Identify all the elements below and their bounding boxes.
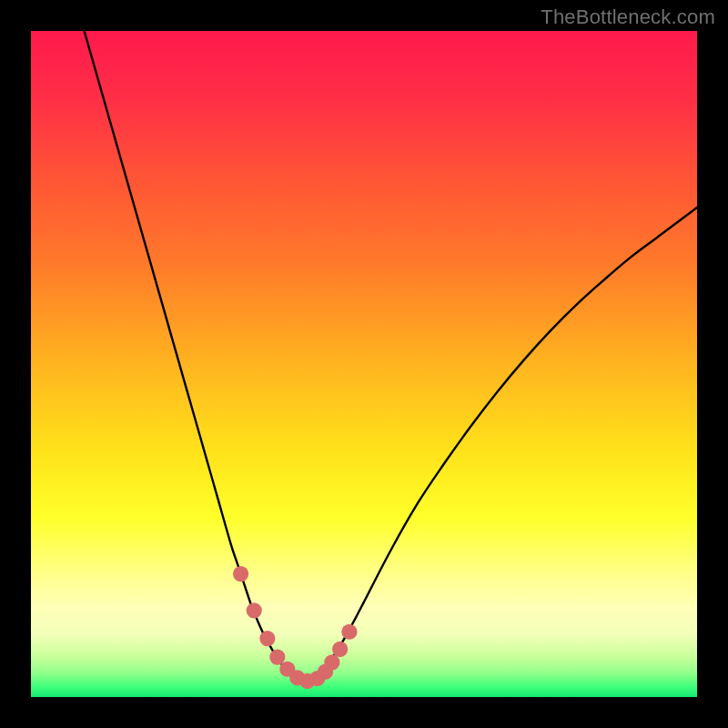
marker-point [259,631,275,646]
chart-frame: TheBottleneck.com [0,0,728,728]
gradient-background [31,31,697,697]
marker-point [341,624,357,640]
marker-point [332,642,348,657]
marker-point [269,649,285,664]
marker-point [247,602,262,618]
marker-point [233,566,248,581]
bottleneck-chart [31,31,697,697]
marker-point [324,654,339,670]
watermark-label: TheBottleneck.com [541,5,715,29]
